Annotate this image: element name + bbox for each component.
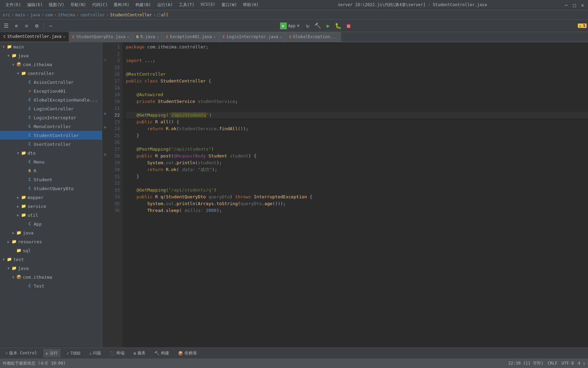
status-line-ending[interactable]: CRLF	[548, 361, 557, 366]
tree-item-user-ctrl[interactable]: C UserController	[0, 140, 102, 149]
tree-item-student-query[interactable]: C StudentQueryDto	[0, 184, 102, 193]
tree-item-global-ex[interactable]: C GlobalExceptionHandle...	[0, 95, 102, 104]
tab-exception401[interactable]: C Exception401.java ✕	[163, 32, 219, 42]
breadcrumb-java[interactable]: java	[30, 13, 40, 17]
menu-navigate[interactable]: 导航(N)	[68, 1, 89, 9]
breadcrumb-controller[interactable]: controller	[80, 13, 105, 17]
breadcrumb-com[interactable]: com	[45, 13, 53, 17]
menu-view[interactable]: 视图(V)	[46, 1, 67, 9]
bottom-tab-run[interactable]: ▶ 运行	[43, 349, 61, 357]
run-config-icon: ▶	[280, 22, 287, 29]
problems-icon: ⚠	[89, 351, 92, 356]
run-config-label[interactable]: App	[288, 24, 296, 28]
tree-item-r[interactable]: R R	[0, 166, 102, 175]
tree-item-menu-ctrl[interactable]: C MenuController	[0, 122, 102, 131]
tree-item-test[interactable]: ▼ 📁 test	[0, 255, 102, 264]
line-num-35: 35	[108, 200, 122, 207]
tab-close-4[interactable]: ✕	[213, 35, 215, 39]
tree-item-java[interactable]: ▼ 📁 java	[0, 51, 102, 60]
menu-run[interactable]: 运行(A)	[154, 1, 176, 9]
code-content-area[interactable]: package com.itheima.controller; import .…	[122, 42, 588, 348]
tree-item-com-itheima[interactable]: ▼ 📦 com.itheima	[0, 60, 102, 69]
line-number-gutter: 1 2 3 15 16 17 18 19 20 21 22 23 24 25 2…	[108, 42, 122, 348]
tree-item-login-int[interactable]: C LoginInterceptor	[0, 113, 102, 122]
tab-student-query-dto[interactable]: C StudentQueryDto.java ✕	[69, 32, 133, 42]
bottom-tab-build[interactable]: 🔨 构建	[152, 349, 172, 357]
tree-item-resources[interactable]: ▶ 📁 resources	[0, 237, 102, 246]
debug-btn[interactable]: 🐛	[333, 21, 343, 31]
code-line-15	[126, 64, 588, 71]
close-button[interactable]: ✕	[580, 2, 585, 8]
breadcrumb-itheima[interactable]: itheima	[58, 13, 75, 17]
build-btn[interactable]: 🔨	[313, 21, 323, 31]
tab-close-3[interactable]: ✕	[157, 35, 159, 39]
menu-bar[interactable]: 文件(E) 编辑(E) 视图(V) 导航(N) 代码(C) 重构(R) 构建(B…	[3, 1, 261, 9]
breadcrumb-class[interactable]: StudentController	[110, 13, 152, 17]
status-time[interactable]: 22:30 (11 字符)	[508, 361, 543, 366]
tree-item-controller[interactable]: ▼ 📁 controller	[0, 69, 102, 78]
menu-help[interactable]: 帮助(H)	[240, 1, 261, 9]
window-controls[interactable]: ─ □ ✕	[564, 2, 585, 8]
tab-global-exception[interactable]: C GlobalException...	[286, 32, 341, 42]
menu-build[interactable]: 构建(B)	[133, 1, 154, 9]
stop-btn[interactable]: ■	[344, 21, 353, 31]
tree-item-util[interactable]: ▶ 📁 util	[0, 211, 102, 219]
tree-item-java2[interactable]: ▶ 📁 java	[0, 228, 102, 237]
tree-item-sql[interactable]: 📁 sql	[0, 246, 102, 255]
collapse-btn[interactable]: ⊟	[22, 21, 31, 31]
settings-btn[interactable]: ⚙	[32, 21, 42, 31]
bottom-tab-todo[interactable]: ✓ TODO	[64, 350, 83, 357]
tree-item-dto[interactable]: ▼ 📁 dto	[0, 149, 102, 157]
menu-file[interactable]: 文件(E)	[3, 1, 24, 9]
run-btn[interactable]: ▶	[323, 21, 333, 31]
run-config-dropdown[interactable]: ▼	[297, 23, 299, 28]
tab-r-java[interactable]: R R.java ✕	[133, 32, 163, 42]
com-test-arrow: ▼	[11, 275, 16, 279]
breadcrumb-main[interactable]: main	[15, 13, 25, 17]
bottom-tab-vcs[interactable]: ⑂ 版本 Control	[3, 349, 40, 357]
status-encoding[interactable]: UTF-8	[561, 361, 574, 366]
tree-item-com-test[interactable]: ▼ 📦 com.itheima	[0, 273, 102, 281]
menu-edit[interactable]: 编辑(E)	[24, 1, 46, 9]
code-line-29: System.out.println(student);	[126, 159, 588, 166]
menu-refactor[interactable]: 重构(R)	[111, 1, 132, 9]
bottom-tab-terminal[interactable]: ⬛ 终端	[107, 349, 127, 357]
line-num-32: 32	[108, 180, 122, 187]
tree-item-menu[interactable]: C Menu	[0, 157, 102, 166]
tree-item-test-java[interactable]: ▼ 📁 java	[0, 264, 102, 273]
menu-tools[interactable]: 工具(T)	[176, 1, 197, 9]
refresh-btn[interactable]: ↻	[303, 21, 312, 31]
minus-btn[interactable]: —	[46, 21, 55, 31]
project-icon[interactable]: ☰	[1, 21, 11, 31]
tab-close-2[interactable]: ✕	[127, 35, 129, 39]
tab-close-5[interactable]: ✕	[280, 35, 282, 39]
tree-item-mapper[interactable]: ▶ 📁 mapper	[0, 193, 102, 202]
menu-window[interactable]: 窗口(W)	[219, 1, 240, 9]
maximize-button[interactable]: □	[572, 2, 577, 8]
menu-code[interactable]: 代码(C)	[89, 1, 111, 9]
breadcrumb-active[interactable]: all	[161, 13, 168, 17]
tree-item-test-class[interactable]: C Test	[0, 281, 102, 290]
java-label: java	[18, 53, 29, 58]
minimize-button[interactable]: ─	[564, 2, 569, 8]
menu-vcs[interactable]: VCS(S)	[198, 1, 218, 9]
tree-item-login-ctrl[interactable]: C LoginController	[0, 104, 102, 113]
tab-student-controller[interactable]: C StudentController.java ✕	[0, 32, 69, 42]
code-editor[interactable]: … ⊙ ⊙ ⊙ 1 2 3 15 16 17 18 19 20	[102, 42, 588, 348]
breadcrumb-method[interactable]: ⬡	[157, 13, 160, 17]
bottom-tab-deps[interactable]: 📦 依赖项	[175, 349, 199, 357]
expand-arrow-com: ▼	[11, 63, 16, 66]
tree-item-service[interactable]: ▶ 📁 service	[0, 202, 102, 211]
tree-item-axios[interactable]: C AxiosController	[0, 78, 102, 87]
expand-btn[interactable]: ⊞	[12, 21, 21, 31]
tree-item-student-ctrl[interactable]: C StudentController	[0, 131, 102, 140]
tab-close-btn[interactable]: ✕	[63, 35, 65, 39]
tree-item-app[interactable]: C App	[0, 219, 102, 228]
tab-login-interceptor[interactable]: C LoginInterceptor.java ✕	[219, 32, 285, 42]
bottom-tab-problems[interactable]: ⚠ 问题	[86, 349, 104, 357]
tree-item-student[interactable]: C Student	[0, 175, 102, 184]
tree-item-exception401[interactable]: ✗ Exception401	[0, 87, 102, 95]
breadcrumb-src[interactable]: src	[3, 13, 10, 17]
bottom-tab-services[interactable]: ⚙ 服务	[131, 349, 148, 357]
tree-item-main[interactable]: ▼ 📁 main	[0, 42, 102, 51]
